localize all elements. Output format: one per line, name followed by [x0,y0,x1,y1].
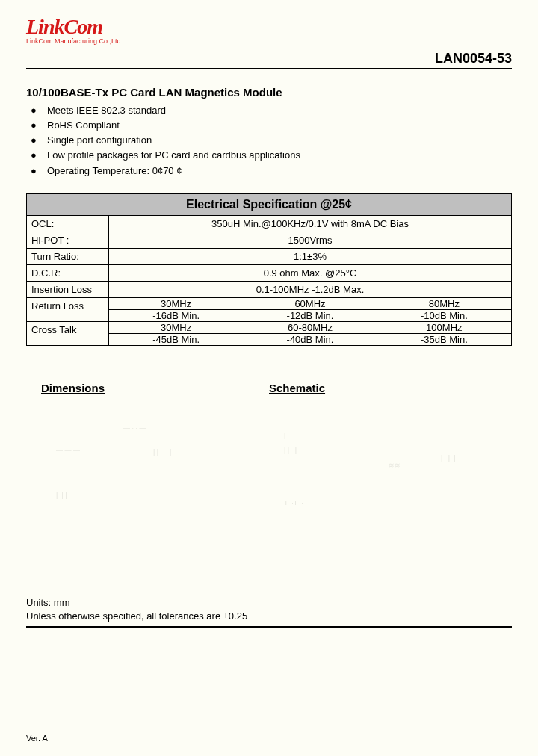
feature-item: Meets IEEE 802.3 standard [31,103,512,118]
units-line2: Unless otherwise specified, all toleranc… [26,610,512,623]
part-number: LAN0054-53 [435,51,512,66]
feature-item: Operating Temperature: 0¢70 ¢ [31,164,512,179]
rloss-val: -12dB Min. [243,309,377,321]
feature-item: Low profile packages for PC card and car… [31,148,512,163]
dimensions-diagram: — · · — — — — | | | | | | | · · [34,417,262,589]
section-headings: Dimensions Schematic [26,382,512,394]
diagram-area: — · · — — — — | | | | | | | · · | — | | … [26,394,512,596]
rloss-freq: 30MHz [109,298,243,310]
xtalk-freq: 60-80MHz [243,322,377,334]
return-loss-grid: 30MHz 60MHz 80MHz -16dB Min. -12dB Min. … [109,298,511,321]
logo-main: LinkCom [26,15,512,39]
xtalk-freq: 30MHz [109,322,243,334]
xtalk-val: -35dB Min. [377,333,511,345]
logo-block: LinkCom LinkCom Manufacturing Co.,Ltd [26,15,512,45]
feature-item: RoHS Compliant [31,118,512,133]
rloss-freq: 80MHz [377,298,511,310]
rloss-freq: 60MHz [243,298,377,310]
spec-value-dcr: 0.9 ohm Max. @25°C [109,264,512,281]
xtalk-freq: 100MHz [377,322,511,334]
dimensions-heading: Dimensions [41,382,269,394]
spec-value-ocl: 350uH Min.@100KHz/0.1V with 8mA DC Bias [109,215,512,232]
spec-label-hipot: Hi-POT : [27,232,109,248]
rloss-val: -16dB Min. [109,309,243,321]
spec-title: Electrical Specification @25¢ [27,193,512,215]
xtalk-val: -45dB Min. [109,333,243,345]
spec-value-hipot: 1500Vrms [109,232,512,248]
spec-label-ocl: OCL: [27,215,109,232]
logo-subtitle: LinkCom Manufacturing Co.,Ltd [26,37,512,45]
spec-label-iloss: Insertion Loss [27,281,109,297]
units-block: Units: mm Unless otherwise specified, al… [26,596,512,628]
spec-label-dcr: D.C.R: [27,264,109,281]
footer-version: Ver. A [26,734,48,743]
schematic-diagram: | — | | | ≋≋ T ·T · | | | [276,417,504,589]
feature-list: Meets IEEE 802.3 standard RoHS Compliant… [26,103,512,179]
feature-item: Single port configuration [31,133,512,148]
spec-value-turn: 1:1±3% [109,248,512,264]
units-line1: Units: mm [26,596,512,610]
xtalk-val: -40dB Min. [243,333,377,345]
crosstalk-grid: 30MHz 60-80MHz 100MHz -45dB Min. -40dB M… [109,322,511,345]
schematic-heading: Schematic [269,382,497,394]
rloss-val: -10dB Min. [377,309,511,321]
product-title: 10/100BASE-Tx PC Card LAN Magnetics Modu… [26,86,512,99]
spec-label-xtalk: Cross Talk [27,321,109,345]
part-number-row: LAN0054-53 [26,51,512,69]
spec-table: Electrical Specification @25¢ OCL: 350uH… [26,193,512,346]
spec-label-rloss: Return Loss [27,297,109,321]
spec-label-turn: Turn Ratio: [27,248,109,264]
spec-value-iloss: 0.1-100MHz -1.2dB Max. [109,281,512,297]
